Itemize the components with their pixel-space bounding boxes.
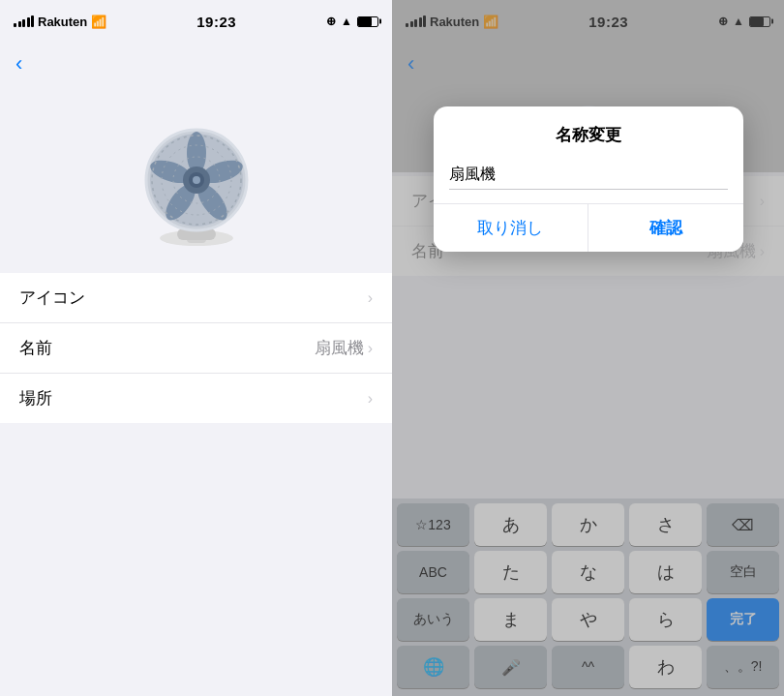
left-status-icons: ⊕ ▲	[326, 15, 378, 28]
left-signal	[14, 15, 34, 27]
dialog-confirm-button[interactable]: 確認	[588, 204, 743, 252]
battery-icon	[357, 16, 378, 27]
chevron-icon-3: ›	[368, 390, 373, 408]
settings-value-name: 扇風機 ›	[315, 337, 373, 359]
left-panel: Rakuten 📶 19:23 ⊕ ▲ ‹	[0, 0, 392, 696]
settings-label-name: 名前	[19, 337, 52, 359]
overlay-backdrop: 名称変更 取り消し 確認	[392, 0, 784, 696]
dialog-actions: 取り消し 確認	[434, 203, 743, 252]
fan-image-area	[0, 85, 392, 273]
left-wifi-icon: 📶	[91, 15, 106, 29]
dialog-input-field[interactable]	[449, 160, 728, 190]
rename-dialog: 名称変更 取り消し 確認	[434, 106, 743, 252]
left-settings-list: アイコン › 名前 扇風機 › 場所 ›	[0, 273, 392, 423]
settings-label-place: 場所	[19, 387, 52, 409]
left-carrier: Rakuten 📶	[14, 15, 106, 29]
left-time: 19:23	[196, 14, 236, 30]
settings-item-icon[interactable]: アイコン ›	[0, 273, 392, 323]
left-status-bar: Rakuten 📶 19:23 ⊕ ▲	[0, 0, 392, 43]
fan-image	[119, 105, 274, 250]
settings-name-value: 扇風機	[315, 337, 364, 359]
settings-label-icon: アイコン	[19, 287, 85, 309]
chevron-icon-2: ›	[368, 340, 373, 357]
wifi-icon: ▲	[341, 15, 352, 28]
dialog-input-area	[434, 156, 743, 203]
left-back-button[interactable]: ‹	[15, 53, 22, 75]
settings-item-name[interactable]: 名前 扇風機 ›	[0, 323, 392, 374]
left-carrier-name: Rakuten	[38, 15, 87, 29]
back-chevron-icon: ‹	[15, 53, 22, 75]
chevron-icon-1: ›	[368, 289, 373, 307]
svg-point-12	[193, 176, 200, 184]
dialog-cancel-button[interactable]: 取り消し	[434, 204, 589, 252]
location-icon: ⊕	[326, 15, 336, 28]
settings-value-icon: ›	[368, 289, 373, 307]
settings-item-place[interactable]: 場所 ›	[0, 374, 392, 423]
left-nav-bar: ‹	[0, 43, 392, 85]
settings-value-place: ›	[368, 390, 373, 408]
right-panel: Rakuten 📶 19:23 ⊕ ▲ ‹	[392, 0, 784, 696]
dialog-title: 名称変更	[434, 106, 743, 156]
